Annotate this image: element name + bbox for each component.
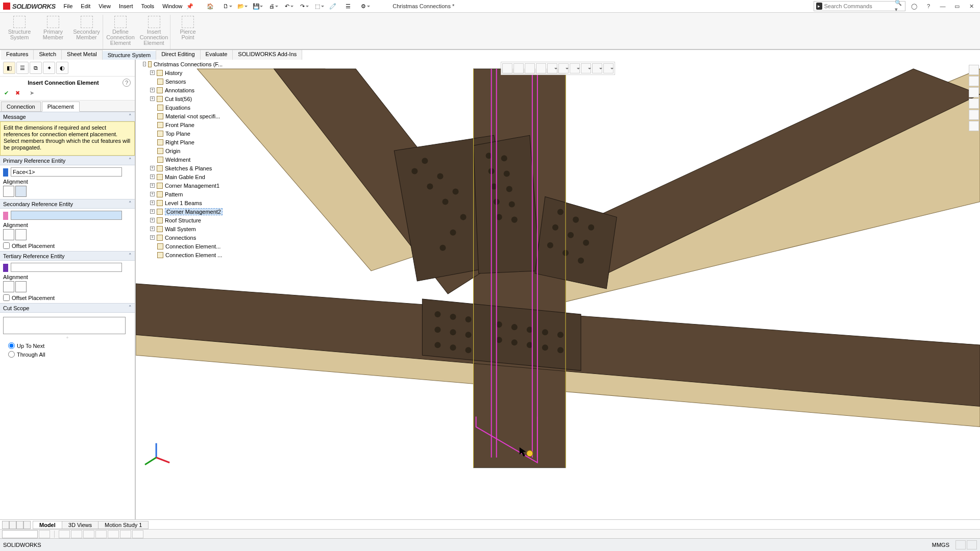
tree-weldment[interactable]: Weldment [141,155,223,164]
taskpane-palette-icon[interactable] [969,98,979,109]
status-icon-1[interactable] [955,540,966,549]
open-doc-icon[interactable]: 📂 [234,1,248,12]
redo-icon[interactable]: ↷ [296,1,309,12]
tree-conn-elem-1[interactable]: Connection Element... [141,242,223,251]
tree-main-gable[interactable]: +Main Gable End [141,172,223,181]
markup-icon-7[interactable] [132,530,143,538]
align-same-icon[interactable] [3,281,14,292]
taskpane-explorer-icon[interactable] [969,87,979,97]
tab-direct-editing[interactable]: Direct Editing [156,50,200,60]
tree-annotations[interactable]: +Annotations [141,86,223,94]
tree-top-plane[interactable]: Top Plane [141,129,223,138]
tertiary-offset-check[interactable]: Offset Placement [3,294,132,301]
print-icon[interactable]: 🖨 [265,1,278,12]
markup-icon-2[interactable] [71,530,82,538]
new-doc-icon[interactable]: 🗋 [219,1,232,12]
tree-equations[interactable]: Equations [141,103,223,112]
save-icon[interactable]: 💾 [250,1,263,12]
zoom-fit-icon[interactable] [502,63,512,73]
view-settings-icon[interactable] [603,63,614,73]
section-view-icon[interactable] [536,63,546,73]
tab-motion-study[interactable]: Motion Study 1 [98,521,149,529]
section-primary-hdr[interactable]: Primary Reference Entity˄ [0,156,135,165]
tab-prev-icon[interactable] [9,521,16,529]
rebuild-icon[interactable]: 🧷 [326,1,339,12]
pushpin-icon[interactable]: ➤ [30,90,37,97]
tab-next-icon[interactable] [16,521,23,529]
tab-features[interactable]: Features [1,50,34,60]
tab-first-icon[interactable] [2,521,9,529]
undo-icon[interactable]: ↶ [280,1,293,12]
markup-icon-1[interactable] [59,530,70,538]
cmd-primary-member[interactable]: PrimaryMember [37,15,69,49]
cmd-structure-system[interactable]: StructureSystem [3,15,36,49]
close-icon[interactable]: ✕ [966,1,977,12]
subtab-connection[interactable]: Connection [1,102,41,112]
filter-icon-1[interactable] [39,530,50,538]
search-commands[interactable]: ▸ 🔍▾ [814,1,905,11]
menu-file[interactable]: File [60,1,77,12]
pm-help-icon[interactable]: ? [122,79,131,87]
pm-tab-config-icon[interactable]: ⧉ [30,62,42,74]
home-icon[interactable]: 🏠 [204,1,217,12]
graphics-area[interactable]: -Christmas Connections (F... +History Se… [135,60,980,538]
taskpane-appearance-icon[interactable] [969,110,979,120]
status-icon-2[interactable] [967,540,977,549]
search-input[interactable] [824,3,895,9]
tree-root[interactable]: -Christmas Connections (F... [141,60,223,68]
tree-sensors[interactable]: Sensors [141,77,223,86]
tab-evaluate[interactable]: Evaluate [201,50,233,60]
markup-icon-5[interactable] [108,530,119,538]
options-quick-icon[interactable]: ☰ [341,1,355,12]
hide-show-icon[interactable] [570,63,580,73]
user-icon[interactable]: ◯ [909,1,920,12]
markup-icon-6[interactable] [120,530,131,538]
tree-corner1[interactable]: +Corner Management1 [141,181,223,190]
section-message-hdr[interactable]: Message˄ [0,112,135,121]
taskpane-home-icon[interactable] [969,65,979,75]
markup-icon-3[interactable] [83,530,94,538]
align-same-icon[interactable] [3,186,14,197]
cancel-icon[interactable]: ✖ [15,90,22,97]
align-opp-icon[interactable] [15,229,27,240]
menu-tools[interactable]: Tools [137,1,158,12]
section-cutscope-hdr[interactable]: Cut Scope˄ [0,303,135,313]
tree-conn-elem-2[interactable]: Connection Element ... [141,251,223,259]
tree-material[interactable]: Material <not specifi... [141,112,223,120]
taskpane-library-icon[interactable] [969,76,979,86]
pm-tab-property-icon[interactable]: ☰ [16,62,29,74]
settings-icon[interactable]: ⚙ [357,1,370,12]
tree-wall[interactable]: +Wall System [141,224,223,233]
restore-icon[interactable]: ▭ [951,1,963,12]
align-opp-icon[interactable] [15,281,27,292]
radio-up-to-next[interactable]: Up To Next [8,342,132,349]
menu-view[interactable]: View [94,1,115,12]
cmd-insert-connection[interactable]: InsertConnectionElement [138,15,170,49]
tree-connections[interactable]: +Connections [141,233,223,242]
menu-window[interactable]: Window [158,1,186,12]
cmd-pierce-point[interactable]: PiercePoint [172,15,204,49]
appearance-icon[interactable] [581,63,591,73]
align-same-icon[interactable] [3,229,14,240]
tree-right-plane[interactable]: Right Plane [141,138,223,146]
tab-last-icon[interactable] [23,521,31,529]
tab-sketch[interactable]: Sketch [34,50,62,60]
prev-view-icon[interactable] [525,63,535,73]
tab-structure-system[interactable]: Structure System [103,50,156,60]
display-style-icon[interactable] [558,63,569,73]
status-units[interactable]: MMGS [932,542,949,548]
tab-3dviews[interactable]: 3D Views [62,521,99,529]
tab-sheetmetal[interactable]: Sheet Metal [62,50,103,60]
resize-handle-icon[interactable]: ◦ [3,334,132,340]
secondary-offset-check[interactable]: Offset Placement [3,242,132,249]
tree-corner2[interactable]: +Corner Management2 [141,207,223,216]
scene-icon[interactable] [592,63,602,73]
pm-tab-dimxpert-icon[interactable]: ✦ [43,62,55,74]
tree-level1-beams[interactable]: +Level 1 Beams [141,198,223,207]
cmd-define-connection[interactable]: DefineConnectionElement [104,15,137,49]
select-icon[interactable]: ⬚ [311,1,324,12]
filter-select[interactable] [2,530,38,538]
cmd-secondary-member[interactable]: SecondaryMember [70,15,103,49]
pm-tab-feature-icon[interactable]: ◧ [3,62,15,74]
tree-roof[interactable]: +Roof Structure [141,216,223,224]
